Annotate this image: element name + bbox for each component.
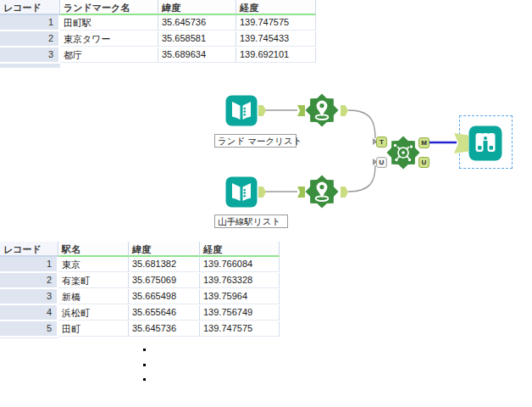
column-header: 経度: [200, 242, 280, 257]
record-number: 3: [0, 47, 60, 64]
column-header: レコード: [0, 242, 58, 257]
more-rows-dot: [143, 348, 146, 351]
input-data-tool-stations[interactable]: [225, 176, 258, 208]
table-cell: 新橋: [58, 289, 129, 304]
column-header: レコード: [0, 0, 60, 15]
output-anchor[interactable]: [341, 187, 348, 198]
anchor-u-input[interactable]: U: [376, 157, 387, 168]
table-cell: 都庁: [60, 47, 158, 63]
partial-row: [0, 64, 60, 68]
record-number: 4: [0, 305, 58, 321]
input-anchor[interactable]: [297, 187, 305, 198]
table-cell: 35.655646: [129, 305, 200, 321]
input-data-icon: [225, 176, 258, 208]
partial-row: [158, 64, 236, 68]
table-cell: 139.763328: [200, 273, 280, 288]
partial-row: [236, 64, 316, 68]
table-cell: 139.756749: [200, 305, 280, 321]
create-points-tool-2[interactable]: [305, 175, 339, 209]
table-cell: 東京タワー: [60, 31, 158, 47]
browse-tool[interactable]: [468, 125, 502, 161]
input-data-tool-landmark[interactable]: [225, 95, 258, 126]
table-cell: 35.681382: [129, 257, 200, 272]
column-header: ランドマーク名: [60, 0, 158, 15]
table-cell: 139.745433: [236, 31, 316, 47]
station-results-table: レコード 駅名 緯度 経度 1 東京 35.681382 139.766084 …: [0, 242, 280, 338]
output-anchor[interactable]: [258, 105, 266, 116]
find-nearest-tool[interactable]: [386, 136, 420, 170]
connection-createpoints2-findnearest-u: [348, 165, 375, 192]
table-cell: 田町駅: [60, 15, 158, 31]
table-cell: 35.658581: [158, 31, 236, 47]
table-cell: 139.747575: [236, 15, 316, 31]
record-number: 2: [0, 31, 60, 47]
create-points-icon: [305, 93, 339, 127]
record-number: 3: [0, 289, 58, 305]
create-points-icon: [305, 175, 339, 209]
table-cell: 35.645736: [129, 321, 200, 337]
browse-input-anchor[interactable]: [454, 133, 468, 153]
record-number: 5: [0, 321, 58, 337]
table-cell: 35.645736: [158, 15, 236, 31]
partial-row: [58, 337, 129, 338]
partial-row: [129, 337, 200, 338]
table-cell: 浜松町: [58, 305, 129, 321]
input-anchor[interactable]: [297, 105, 305, 116]
anchor-t-input[interactable]: T: [376, 137, 387, 148]
input-data-icon: [225, 95, 258, 126]
record-number: 1: [0, 15, 60, 31]
output-anchor[interactable]: [258, 187, 266, 198]
create-points-tool-1[interactable]: [305, 93, 339, 127]
more-rows-dot: [143, 364, 146, 366]
record-number: 2: [0, 273, 58, 289]
partial-row: [200, 337, 280, 338]
table-cell: 139.75964: [200, 289, 280, 304]
table-cell: 35.689634: [158, 47, 236, 63]
table-cell: 139.692101: [236, 47, 316, 63]
anchor-u-output[interactable]: U: [418, 157, 429, 168]
table-cell: 139.766084: [200, 257, 280, 272]
table-cell: 35.675069: [129, 273, 200, 288]
table-cell: 田町: [58, 321, 129, 337]
table-cell: 35.665498: [129, 289, 200, 304]
browse-icon: [468, 125, 502, 161]
find-nearest-icon: [386, 136, 420, 170]
column-header: 緯度: [158, 0, 236, 15]
partial-row: [0, 337, 58, 338]
table-cell: 139.747575: [200, 321, 280, 337]
partial-row: [60, 64, 158, 68]
column-header: 経度: [236, 0, 316, 15]
column-header: 駅名: [58, 242, 129, 257]
column-header: 緯度: [129, 242, 200, 257]
more-rows-dot: [143, 378, 146, 381]
record-number: 1: [0, 257, 58, 273]
anchor-m-output[interactable]: M: [418, 137, 429, 148]
landmark-results-table: レコード ランドマーク名 緯度 経度 1 田町駅 35.645736 139.7…: [0, 0, 316, 68]
connection-createpoints1-findnearest-t: [348, 110, 375, 138]
table-cell: 有楽町: [58, 273, 129, 288]
table-cell: 東京: [58, 257, 129, 272]
tool-label-station-list[interactable]: 山手線駅リスト: [214, 215, 288, 228]
output-anchor[interactable]: [341, 105, 348, 116]
tool-label-landmark-list[interactable]: ランド マークリスト: [214, 134, 296, 148]
